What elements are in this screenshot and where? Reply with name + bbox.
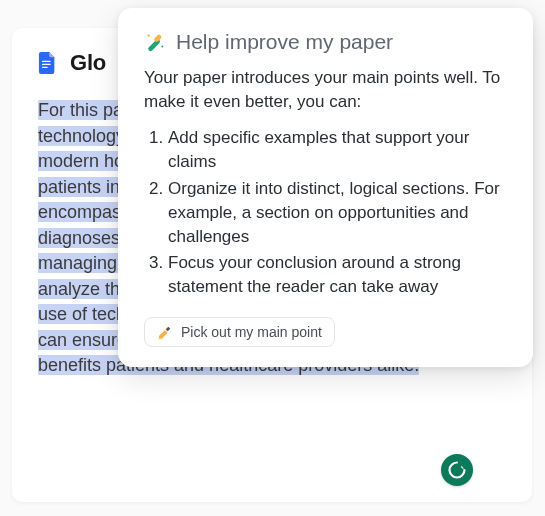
svg-rect-1 (42, 64, 51, 65)
grammarly-badge-icon[interactable] (441, 454, 473, 486)
list-item: Add specific examples that support your … (168, 126, 507, 174)
pick-main-point-button[interactable]: Pick out my main point (144, 317, 335, 347)
svg-rect-2 (42, 67, 48, 68)
popup-title: Help improve my paper (176, 30, 393, 54)
svg-rect-0 (42, 61, 51, 62)
highlighter-icon (157, 324, 173, 340)
svg-rect-7 (158, 338, 163, 339)
list-item: Focus your conclusion around a strong st… (168, 251, 507, 299)
suggestion-popup: Help improve my paper Your paper introdu… (118, 8, 533, 367)
document-title: Glo (70, 50, 106, 76)
svg-point-5 (147, 34, 149, 36)
popup-intro-text: Your paper introduces your main points w… (144, 66, 507, 114)
suggestion-list: Add specific examples that support your … (144, 126, 507, 299)
magic-wand-icon (144, 31, 166, 53)
popup-header: Help improve my paper (144, 30, 507, 54)
list-item: Organize it into distinct, logical secti… (168, 177, 507, 249)
google-doc-icon (38, 52, 56, 74)
chip-label: Pick out my main point (181, 324, 322, 340)
svg-point-6 (161, 46, 163, 48)
